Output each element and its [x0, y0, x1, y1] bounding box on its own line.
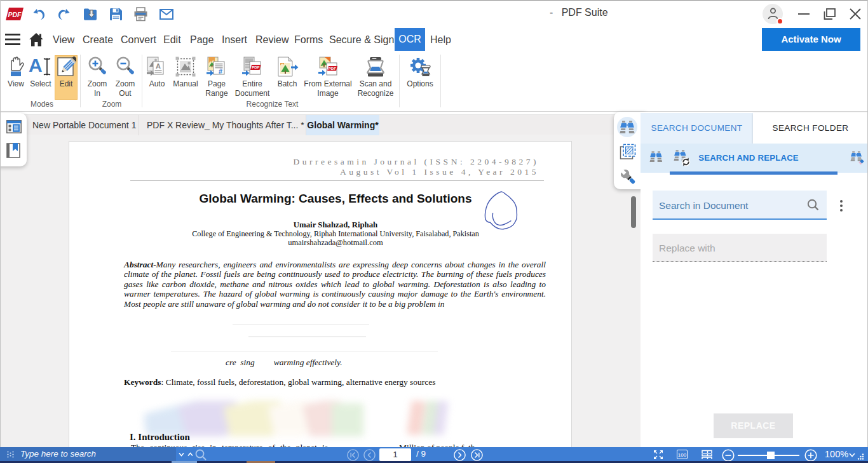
svg-text:PDF: PDF: [329, 67, 336, 70]
svg-text:PDF: PDF: [252, 65, 260, 69]
svg-text:PDF: PDF: [8, 11, 22, 18]
svg-text:#: #: [219, 67, 222, 75]
svg-text:A: A: [156, 62, 161, 70]
